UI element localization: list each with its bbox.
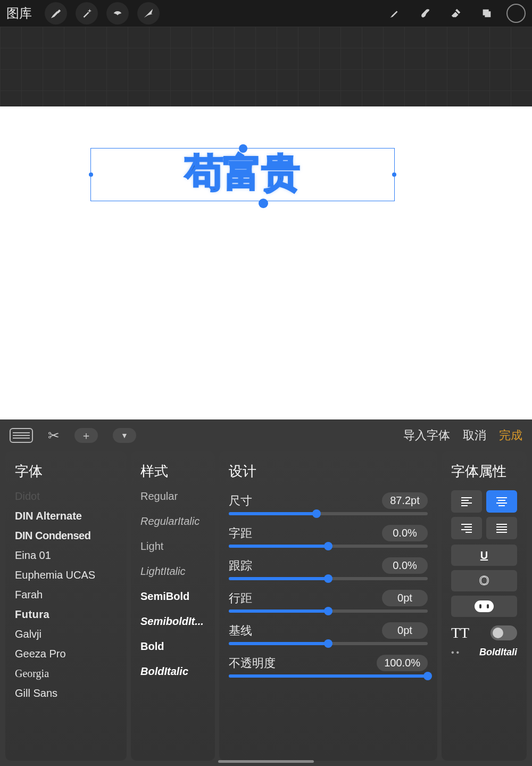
cut-icon[interactable]: ✂ <box>48 427 60 444</box>
design-value[interactable]: 0.0% <box>382 525 428 541</box>
design-label: 跟踪 <box>229 558 252 574</box>
design-row-tracking: 跟踪0.0% <box>229 557 428 580</box>
top-toolbar: 图库 <box>0 0 532 27</box>
attributes-panel: 字体属性 U O TT <box>442 451 527 761</box>
bolditalic-label: BoldItali <box>479 647 517 658</box>
design-value[interactable]: 100.0% <box>377 655 428 671</box>
font-list[interactable]: DidotDIN AlternateDIN CondensedEina 01Eu… <box>15 490 117 699</box>
design-label: 行距 <box>229 590 252 606</box>
slider-opacity[interactable] <box>229 674 428 678</box>
font-item[interactable]: Futura <box>15 608 117 621</box>
font-item[interactable]: DIN Condensed <box>15 530 117 542</box>
canvas-text[interactable]: 苟富贵 <box>185 147 300 199</box>
resize-handle-left[interactable] <box>89 172 93 177</box>
font-item[interactable]: DIN Alternate <box>15 510 117 522</box>
style-item[interactable]: RegularItalic <box>140 515 205 528</box>
color-picker-ring[interactable] <box>506 4 526 23</box>
font-item[interactable]: Euphemia UCAS <box>15 569 117 581</box>
font-panel: 字体 DidotDIN AlternateDIN CondensedEina 0… <box>5 451 127 761</box>
font-item[interactable]: Galvji <box>15 628 117 640</box>
slider-size[interactable] <box>229 512 428 515</box>
font-panel-title: 字体 <box>15 462 117 481</box>
wrench-icon[interactable] <box>45 2 67 24</box>
design-label: 不透明度 <box>229 655 276 671</box>
outline-button[interactable]: O <box>451 570 517 591</box>
design-panel: 设计 尺寸87.2pt字距0.0%跟踪0.0%行距0pt基线0pt不透明度100… <box>219 451 437 761</box>
panel-action-bar: ✂ ＋ ▼ 导入字体 取消 完成 <box>0 419 532 451</box>
rotate-handle-top[interactable] <box>239 144 247 153</box>
resize-handle-right[interactable] <box>392 172 396 177</box>
style-item[interactable]: BoldItalic <box>140 665 205 678</box>
font-item[interactable]: Eina 01 <box>15 549 117 562</box>
align-justify-button[interactable] <box>486 517 517 539</box>
align-right-button[interactable] <box>451 517 482 539</box>
font-item[interactable]: Geeza Pro <box>15 648 117 660</box>
design-row-opacity: 不透明度100.0% <box>229 655 428 678</box>
text-editor-panel: ✂ ＋ ▼ 导入字体 取消 完成 字体 DidotDIN AlternateDI… <box>0 419 532 766</box>
import-font-button[interactable]: 导入字体 <box>403 427 450 443</box>
style-item[interactable]: Light <box>140 540 205 553</box>
resize-handle-bottom[interactable] <box>259 199 268 208</box>
design-label: 基线 <box>229 623 252 639</box>
selection-icon[interactable] <box>106 2 129 24</box>
arrow-icon[interactable] <box>137 2 160 24</box>
brush-thin-icon[interactable] <box>383 2 405 24</box>
font-item[interactable]: Georgia <box>15 668 117 680</box>
font-item[interactable]: Farah <box>15 589 117 601</box>
style-panel: 样式 RegularRegularItalicLightLightItalicS… <box>131 451 215 761</box>
design-panel-title: 设计 <box>229 462 428 481</box>
gallery-button[interactable]: 图库 <box>6 5 32 22</box>
tt-case-button[interactable]: TT <box>451 624 469 641</box>
design-row-size: 尺寸87.2pt <box>229 492 428 515</box>
magic-wand-icon[interactable] <box>76 2 98 24</box>
keyboard-icon[interactable] <box>10 428 33 443</box>
design-value[interactable]: 0pt <box>382 590 428 606</box>
design-label: 尺寸 <box>229 493 252 509</box>
attribute-toggle[interactable] <box>491 625 517 640</box>
canvas-grid-background <box>0 27 532 106</box>
style-item[interactable]: SemiBold <box>140 590 205 603</box>
add-pill-button[interactable]: ＋ <box>74 428 98 443</box>
dots-icon: •• <box>451 648 461 657</box>
design-row-leading: 行距0pt <box>229 590 428 613</box>
slider-kerning[interactable] <box>229 545 428 548</box>
done-button[interactable]: 完成 <box>499 427 522 443</box>
cancel-button[interactable]: 取消 <box>463 427 486 443</box>
style-item[interactable]: LightItalic <box>140 565 205 578</box>
design-row-kerning: 字距0.0% <box>229 525 428 548</box>
underline-button[interactable]: U <box>451 545 517 566</box>
slider-baseline[interactable] <box>229 642 428 645</box>
slider-leading[interactable] <box>229 609 428 613</box>
canvas[interactable]: 苟富贵 <box>0 106 532 419</box>
style-item[interactable]: Bold <box>140 640 205 653</box>
font-item[interactable]: Gill Sans <box>15 687 117 699</box>
font-item[interactable]: Didot <box>15 490 117 503</box>
slider-tracking[interactable] <box>229 577 428 580</box>
dropdown-pill-button[interactable]: ▼ <box>113 428 136 443</box>
capsule-button[interactable] <box>451 596 517 617</box>
align-left-button[interactable] <box>451 490 482 513</box>
design-value[interactable]: 0pt <box>382 622 428 639</box>
smudge-icon[interactable] <box>414 2 436 24</box>
attributes-panel-title: 字体属性 <box>451 462 517 481</box>
align-center-button[interactable] <box>486 490 517 513</box>
design-row-baseline: 基线0pt <box>229 622 428 645</box>
style-item[interactable]: Regular <box>140 490 205 503</box>
text-selection-box[interactable]: 苟富贵 <box>90 148 395 201</box>
design-label: 字距 <box>229 525 252 541</box>
design-value[interactable]: 87.2pt <box>382 492 428 509</box>
style-item[interactable]: SemiboldIt... <box>140 615 205 628</box>
style-list[interactable]: RegularRegularItalicLightLightItalicSemi… <box>140 490 205 678</box>
style-panel-title: 样式 <box>140 462 205 481</box>
home-indicator <box>218 760 314 763</box>
layers-icon[interactable] <box>476 2 498 24</box>
design-value[interactable]: 0.0% <box>382 557 428 574</box>
eraser-icon[interactable] <box>445 2 467 24</box>
